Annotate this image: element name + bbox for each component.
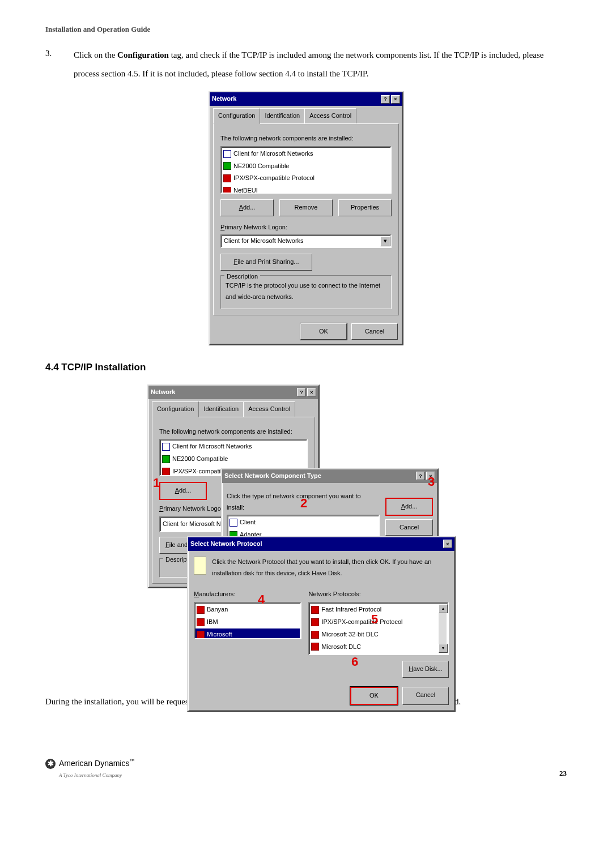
tab-strip: Configuration Identification Access Cont… [213, 108, 402, 124]
dialog-title: Network [212, 93, 236, 105]
list-item[interactable]: IPX/SPX-compatible Protocol [310, 616, 437, 628]
protocol-icon [197, 618, 205, 626]
adapter-icon [223, 162, 231, 170]
cancel-button[interactable]: Cancel [385, 519, 433, 536]
help-icon[interactable]: ? [416, 472, 425, 480]
tab-identification[interactable]: Identification [198, 401, 244, 417]
list-item[interactable]: Client [228, 516, 378, 529]
list-item[interactable]: NE2000 Compatible [161, 453, 306, 465]
remove-button[interactable]: Remove [279, 199, 333, 216]
list-item[interactable]: NetBEUI [222, 185, 390, 194]
close-icon[interactable]: × [426, 472, 435, 480]
list-item[interactable]: NE2000 Compatible [222, 160, 390, 173]
components-listbox[interactable]: Client for Microsoft Networks NE2000 Com… [220, 146, 392, 194]
have-disk-button[interactable]: Have Disk... [402, 661, 449, 678]
protocol-icon [197, 631, 205, 639]
list-item[interactable]: NetBEUI [310, 653, 437, 655]
tab-identification[interactable]: Identification [260, 108, 305, 124]
step-bold: Configuration [117, 50, 169, 59]
tab-configuration[interactable]: Configuration [213, 108, 260, 124]
components-label: The following network components are ins… [159, 426, 308, 438]
trademark-icon: ™ [129, 758, 134, 764]
components-label: The following network components are ins… [220, 133, 392, 144]
doc-header: Installation and Operation Guide [45, 23, 567, 36]
logo-icon: ✱ [45, 759, 56, 769]
primary-logon-value: Client for Microsoft Networks [224, 236, 304, 247]
select-network-protocol-dialog: Select Network Protocol × Click the Netw… [187, 536, 456, 712]
protocols-label: Network Protocols: [308, 589, 449, 600]
scroll-down-icon[interactable]: ▾ [439, 644, 448, 653]
manufacturers-listbox[interactable]: Banyan IBM Microsoft Novell [194, 602, 301, 639]
titlebar-inactive: Network ? × [148, 386, 318, 399]
protocol-icon [311, 618, 319, 626]
list-item[interactable]: IBM [196, 616, 300, 628]
list-item[interactable]: Microsoft 32-bit DLC [310, 628, 437, 641]
cancel-button[interactable]: Cancel [402, 687, 449, 705]
protocol-icon [311, 643, 319, 651]
manufacturers-label: Manufacturers: [194, 589, 301, 600]
protocols-listbox[interactable]: Fast Infrared Protocol IPX/SPX-compatibl… [308, 602, 449, 655]
brand-name: American Dynamics [59, 759, 129, 768]
titlebar[interactable]: Select Network Protocol × [188, 537, 454, 551]
client-icon [162, 443, 170, 451]
scroll-up-icon[interactable]: ▴ [439, 604, 448, 613]
config-panel: The following network components are ins… [213, 123, 399, 315]
step-text: Click on the Configuration tag, and chec… [74, 46, 567, 83]
protocol-icon [311, 631, 319, 639]
titlebar[interactable]: Select Network Component Type ? × [222, 469, 437, 483]
help-icon[interactable]: ? [381, 95, 390, 104]
tab-access-control[interactable]: Access Control [243, 401, 295, 417]
protocol-large-icon [194, 557, 206, 575]
network-dialog: Network ? × Configuration Identification… [209, 91, 403, 345]
ok-button-highlighted[interactable]: OK [350, 687, 398, 705]
step-pre: Click on the [74, 50, 117, 59]
add-button-highlighted[interactable]: Add... [385, 498, 433, 516]
add-button[interactable]: Add... [220, 199, 274, 216]
list-item[interactable]: Fast Infrared Protocol [310, 604, 437, 616]
titlebar[interactable]: Network ? × [210, 92, 402, 106]
add-button-highlighted[interactable]: Add... [159, 482, 207, 500]
list-item-selected[interactable]: Microsoft [196, 628, 300, 639]
properties-button[interactable]: Properties [338, 199, 392, 216]
step-3: 3. Click on the Configuration tag, and c… [45, 46, 567, 83]
protocol-icon [197, 606, 205, 614]
client-icon [223, 150, 231, 158]
page-footer: ✱ American Dynamics™ A Tyco Internationa… [45, 756, 567, 780]
scrollbar[interactable]: ▴ ▾ [439, 604, 447, 653]
help-icon[interactable]: ? [297, 388, 306, 396]
list-item[interactable]: IPX/SPX-compatible Protocol [222, 172, 390, 185]
brand-subtext: A Tyco International Company [59, 771, 134, 780]
description-legend: Description [224, 271, 260, 283]
cancel-button[interactable]: Cancel [351, 323, 398, 340]
chevron-down-icon[interactable]: ▾ [380, 236, 390, 246]
tab-access-control[interactable]: Access Control [304, 108, 356, 124]
primary-logon-label: Primary Network Logon: [220, 222, 392, 233]
description-group: Description TCP/IP is the protocol you u… [220, 275, 392, 309]
list-item[interactable]: Client for Microsoft Networks [161, 441, 306, 453]
section-heading: 4.4 TCP/IP Installation [45, 359, 567, 377]
adapter-icon [162, 455, 170, 463]
snp-instructions: Click the Network Protocol that you want… [212, 557, 449, 579]
list-item[interactable]: Microsoft DLC [310, 641, 437, 653]
snct-label: Click the type of network component you … [227, 491, 380, 514]
client-icon [230, 519, 237, 527]
brand-logo: ✱ American Dynamics™ [45, 756, 134, 771]
close-icon[interactable]: × [443, 540, 452, 548]
step-number: 3. [45, 46, 74, 83]
file-print-sharing-button[interactable]: File and Print Sharing... [220, 254, 312, 271]
list-item[interactable]: Client for Microsoft Networks [222, 148, 390, 160]
install-steps-composite: Network ? × Configuration Identification… [147, 384, 465, 679]
protocol-icon [311, 606, 319, 614]
dialog-title: Select Network Component Type [224, 471, 321, 482]
dialog-title: Network [151, 387, 175, 398]
close-icon[interactable]: × [391, 95, 400, 104]
protocol-icon [223, 174, 231, 182]
tab-configuration[interactable]: Configuration [152, 401, 199, 417]
close-icon[interactable]: × [307, 388, 316, 396]
list-item[interactable]: Banyan [196, 604, 300, 616]
ok-button[interactable]: OK [300, 323, 347, 340]
description-text: TCP/IP is the protocol you use to connec… [226, 280, 386, 303]
dialog-title: Select Network Protocol [190, 538, 262, 550]
primary-logon-dropdown[interactable]: Client for Microsoft Networks ▾ [220, 234, 392, 248]
protocol-icon [223, 187, 231, 194]
